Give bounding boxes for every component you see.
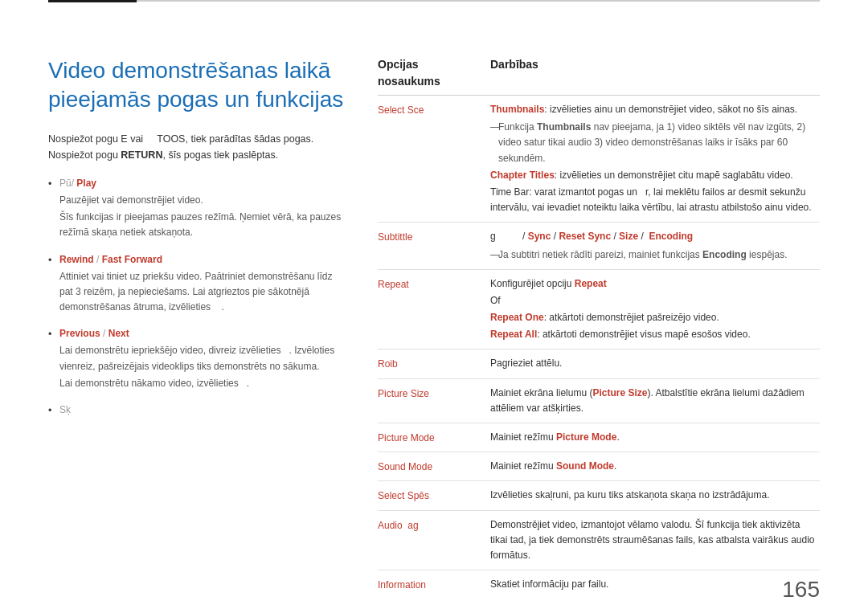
list-item-rewind: Rewind / Fast Forward Attiniet vai tinie… xyxy=(48,252,346,316)
row-repeat: Repeat Konfigurējiet opciju Repeat Of Re… xyxy=(378,270,820,350)
page: Video demonstrēšanas laikā pieejamās pog… xyxy=(0,0,868,613)
col-darbibas: Darbības xyxy=(490,56,820,90)
list-item-play: Pū/ Play Pauzējiet vai demonstrējiet vid… xyxy=(48,176,346,241)
list-item-previous: Previous / Next Lai demonstrētu iepriekš… xyxy=(48,326,346,391)
row-sound-mode: Sound Mode Mainiet režīmu Sound Mode. xyxy=(378,452,820,481)
row-audio-lang: Audio ag Demonstrējiet video, izmantojot… xyxy=(378,511,820,571)
row-information: Information Skatiet informāciju par fail… xyxy=(378,570,820,599)
row-picture-size: Picture Size Mainiet ekrāna lielumu (Pic… xyxy=(378,379,820,423)
top-border xyxy=(48,0,820,2)
list-item-skip: Sķ xyxy=(48,403,346,418)
row-rotate: Roib Pagrieziet attēlu. xyxy=(378,349,820,378)
bullet-list: Pū/ Play Pauzējiet vai demonstrējiet vid… xyxy=(48,176,346,418)
row-subtitle: Subtittle g / Sync / Reset Sync / Size /… xyxy=(378,223,820,269)
row-select-speaker: Select Spēs Izvēlieties skaļruni, pa kur… xyxy=(378,481,820,510)
left-accent xyxy=(48,0,137,2)
page-number: 165 xyxy=(782,573,820,607)
options-header: Opcijasnosaukums Darbības xyxy=(378,56,820,96)
main-content: Video demonstrēšanas laikā pieejamās pog… xyxy=(48,56,820,599)
row-select-sce: Select Sce Thumbnails: izvēlieties ainu … xyxy=(378,96,820,223)
col-opcijas: Opcijasnosaukums xyxy=(378,56,490,90)
right-column: Opcijasnosaukums Darbības Select Sce Thu… xyxy=(378,56,820,599)
page-title: Video demonstrēšanas laikā pieejamās pog… xyxy=(48,56,346,115)
left-column: Video demonstrēšanas laikā pieejamās pog… xyxy=(48,56,346,599)
options-table: Select Sce Thumbnails: izvēlieties ainu … xyxy=(378,96,820,599)
intro-paragraph: Nospiežot pogu E vai TOOS, tiek parādīta… xyxy=(48,131,346,163)
row-picture-mode: Picture Mode Mainiet režīmu Picture Mode… xyxy=(378,423,820,452)
